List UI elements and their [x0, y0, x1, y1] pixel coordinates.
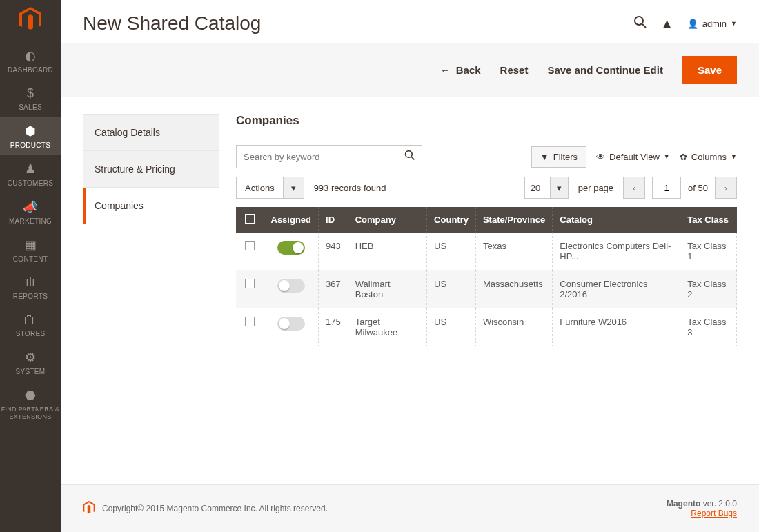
- topbar: New Shared Catalog ▲ 👤 admin ▼: [61, 0, 759, 43]
- gear-icon: ⚙: [0, 350, 61, 365]
- nav-products[interactable]: ⬢PRODUCTS: [0, 117, 61, 155]
- col-company[interactable]: Company: [348, 207, 426, 233]
- store-icon: ⛫: [0, 313, 61, 327]
- assigned-toggle[interactable]: [277, 317, 305, 331]
- nav-stores[interactable]: ⛫STORES: [0, 306, 61, 343]
- col-id[interactable]: ID: [319, 207, 348, 233]
- tab-catalog-details[interactable]: Catalog Details: [83, 115, 219, 151]
- row-checkbox[interactable]: [245, 241, 255, 250]
- next-page-button[interactable]: ›: [715, 177, 737, 199]
- svg-point-2: [406, 151, 413, 158]
- svg-line-1: [642, 24, 646, 28]
- copyright: Copyright© 2015 Magento Commerce Inc. Al…: [102, 504, 328, 513]
- row-checkbox[interactable]: [245, 279, 255, 288]
- table-row: 367 Wallmart Boston US Massachusetts Con…: [236, 270, 737, 308]
- chevron-down-icon: ▼: [731, 153, 737, 160]
- search-submit-icon[interactable]: [398, 150, 422, 164]
- arrow-left-icon: ←: [440, 64, 451, 76]
- nav-partners[interactable]: ⬣FIND PARTNERS & EXTENSIONS: [0, 381, 61, 426]
- tab-structure-pricing[interactable]: Structure & Pricing: [83, 151, 219, 188]
- dollar-icon: $: [0, 86, 61, 101]
- left-tabs: Catalog Details Structure & Pricing Comp…: [83, 114, 219, 224]
- assigned-toggle[interactable]: [277, 241, 305, 255]
- per-page-label: per page: [578, 183, 613, 193]
- search-input[interactable]: [237, 152, 398, 162]
- chevron-down-icon: ▼: [731, 20, 737, 27]
- footer: Copyright© 2015 Magento Commerce Inc. Al…: [61, 484, 759, 532]
- reset-button[interactable]: Reset: [500, 64, 529, 76]
- companies-table: Assigned ID Company Country State/Provin…: [236, 207, 737, 346]
- report-bugs-link[interactable]: Report Bugs: [691, 509, 737, 518]
- user-menu[interactable]: 👤 admin ▼: [687, 19, 737, 29]
- gauge-icon: ◐: [0, 48, 61, 63]
- notifications-icon[interactable]: ▲: [661, 17, 673, 31]
- save-button[interactable]: Save: [682, 56, 737, 84]
- assigned-toggle[interactable]: [277, 279, 305, 293]
- col-state[interactable]: State/Province: [475, 207, 552, 233]
- filters-button[interactable]: ▼Filters: [531, 146, 586, 168]
- nav-reports[interactable]: ılıREPORTS: [0, 268, 61, 306]
- chevron-down-icon: ▾: [283, 177, 304, 198]
- user-icon: 👤: [687, 19, 698, 29]
- bars-icon: ılı: [0, 275, 61, 290]
- magento-logo-icon: [83, 501, 95, 517]
- table-row: 943 HEB US Texas Electronics Computers D…: [236, 233, 737, 270]
- person-icon: ♟: [0, 161, 61, 177]
- action-bar: ←Back Reset Save and Continue Edit Save: [61, 43, 759, 97]
- page-input[interactable]: [652, 177, 681, 199]
- actions-dropdown[interactable]: Actions ▾: [236, 177, 304, 199]
- page-title: New Shared Catalog: [83, 12, 633, 35]
- admin-sidebar: ◐DASHBOARD $SALES ⬢PRODUCTS ♟CUSTOMERS 📣…: [0, 0, 61, 532]
- row-checkbox[interactable]: [245, 317, 255, 326]
- user-name: admin: [702, 19, 727, 29]
- nav-system[interactable]: ⚙SYSTEM: [0, 343, 61, 381]
- nav-marketing[interactable]: 📣MARKETING: [0, 193, 61, 230]
- table-row: 175 Target Milwaukee US Wisconsin Furnit…: [236, 308, 737, 346]
- tab-companies[interactable]: Companies: [83, 188, 219, 224]
- col-country[interactable]: Country: [427, 207, 476, 233]
- svg-point-0: [635, 17, 643, 25]
- nav-sales[interactable]: $SALES: [0, 79, 61, 117]
- col-assigned[interactable]: Assigned: [264, 207, 319, 233]
- per-page-dropdown[interactable]: 20 ▾: [524, 177, 569, 199]
- save-continue-button[interactable]: Save and Continue Edit: [547, 64, 663, 76]
- back-button[interactable]: ←Back: [440, 64, 481, 76]
- default-view-button[interactable]: 👁Default View▼: [596, 152, 670, 162]
- columns-button[interactable]: ✿Columns▼: [680, 152, 737, 162]
- box-icon: ⬢: [0, 124, 61, 139]
- funnel-icon: ▼: [540, 152, 549, 162]
- svg-line-3: [411, 157, 414, 159]
- nav-content[interactable]: ▦CONTENT: [0, 230, 61, 268]
- select-all-checkbox[interactable]: [245, 214, 255, 224]
- page-of-label: of 50: [688, 183, 708, 193]
- gear-icon: ✿: [680, 152, 687, 162]
- search-wrap: [236, 145, 422, 168]
- puzzle-icon: ⬣: [0, 388, 61, 403]
- search-icon[interactable]: [633, 15, 647, 32]
- divider: [236, 135, 737, 135]
- layout-icon: ▦: [0, 237, 61, 253]
- magento-logo-icon[interactable]: [17, 6, 44, 33]
- nav-customers[interactable]: ♟CUSTOMERS: [0, 155, 61, 193]
- col-tax[interactable]: Tax Class: [680, 207, 737, 233]
- records-found: 993 records found: [314, 183, 386, 193]
- panel-title: Companies: [236, 114, 737, 128]
- nav-dashboard[interactable]: ◐DASHBOARD: [0, 41, 61, 79]
- chevron-down-icon: ▼: [664, 153, 670, 160]
- eye-icon: 👁: [596, 152, 605, 162]
- chevron-down-icon: ▾: [550, 177, 568, 198]
- megaphone-icon: 📣: [0, 199, 61, 215]
- prev-page-button[interactable]: ‹: [623, 177, 645, 199]
- col-catalog[interactable]: Catalog: [553, 207, 680, 233]
